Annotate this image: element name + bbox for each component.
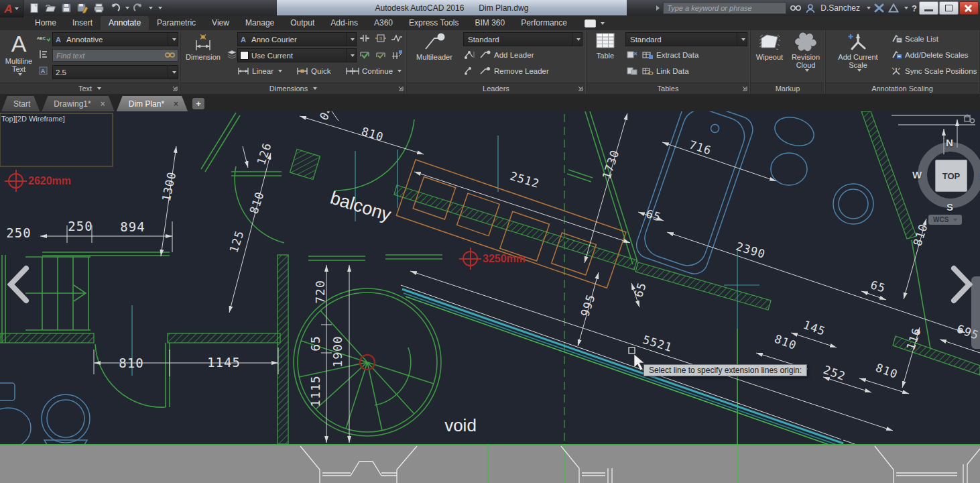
ribbon-tab-parametric[interactable]: Parametric [149,16,204,30]
table-button[interactable]: Table [589,32,621,60]
dim-style-dropdown[interactable]: A Anno Courier [237,32,357,46]
undo-history-caret-icon[interactable] [125,7,129,9]
multiline-text-button[interactable]: A Multiline Text [1,32,36,76]
ribbon-display-toggle[interactable] [585,16,605,30]
quick-dimension-button[interactable]: Quick [296,64,330,77]
add-delete-scales-button[interactable]: Add/Delete Scales [890,48,969,61]
text-style-dropdown[interactable]: A Annotative [52,32,178,46]
ribbon-tab-bim-360[interactable]: BIM 360 [467,16,513,30]
break-dimension-icon[interactable] [358,32,371,44]
tables-dialog-launcher-icon[interactable] [741,85,747,93]
ribbon-tab-performance[interactable]: Performance [513,16,575,30]
link-data-button[interactable]: Link Data [641,64,689,77]
jog-line-icon[interactable] [390,32,404,44]
add-leader-button[interactable]: Add Leader [479,48,534,61]
viewcube-south[interactable]: S [946,201,953,213]
multileader-button[interactable]: Multileader [410,32,459,61]
ribbon-tab-home[interactable]: Home [27,16,64,30]
ribbon-tab-output[interactable]: Output [282,16,322,30]
user-icon[interactable] [805,1,816,15]
help-icon[interactable]: ? [912,3,917,13]
navigation-bar-fragment[interactable] [971,276,980,349]
save-as-button[interactable] [75,1,90,15]
plot-button[interactable] [91,1,106,15]
ribbon-tab-express-tools[interactable]: Express Tools [401,16,467,30]
file-tab-drawing1-[interactable]: Drawing1*× [42,96,114,111]
new-button[interactable] [27,1,42,15]
wcs-dropdown[interactable]: WCS [928,215,962,225]
find-text-icon[interactable] [164,49,176,61]
prev-arrow[interactable] [4,265,32,304]
a360-caret-icon[interactable] [904,7,908,9]
search-input[interactable] [663,2,786,14]
close-tab-icon[interactable]: × [101,99,105,109]
save-button[interactable] [59,1,74,15]
dimensions-panel-title[interactable]: Dimensions [181,83,406,94]
wipeout-button[interactable]: Wipeout [752,32,787,61]
text-panel-title[interactable]: Text [0,83,180,94]
remove-leader-button[interactable]: Remove Leader [479,64,549,77]
viewcube-north[interactable]: N [946,137,953,148]
leader-collect-icon[interactable] [463,48,477,60]
link-data-alt-icon[interactable] [625,64,639,76]
adjust-space-icon[interactable]: 3 [374,32,387,44]
dimension-button[interactable]: Dimension [182,32,224,61]
viewcube-top-face[interactable]: TOP [935,160,967,192]
continue-dimension-button[interactable]: Continue [346,64,402,77]
viewport-controls-label[interactable]: Top][2D Wireframe] [1,115,65,123]
extract-data-button[interactable]: Extract Data [641,48,698,61]
sync-scale-positions-button[interactable]: Sync Scale Positions [890,64,977,77]
user-menu-caret-icon[interactable] [867,7,871,9]
text-style-icon[interactable]: A [37,64,50,76]
leaders-panel-title[interactable]: Leaders [407,83,585,94]
minimize-button[interactable] [919,1,938,15]
leaders-dialog-launcher-icon[interactable] [577,85,583,93]
open-button[interactable] [43,1,58,15]
file-tab-dim-plan-[interactable]: Dim Plan*× [117,96,188,111]
ribbon-tab-add-ins[interactable]: Add-ins [322,16,366,30]
table-style-dropdown[interactable]: Standard [625,32,747,46]
viewcube-west[interactable]: W [912,169,922,180]
new-tab-button[interactable]: + [192,98,204,109]
infocenter-collapse-icon[interactable] [656,5,660,11]
leader-align-icon[interactable] [463,64,477,76]
a360-icon[interactable] [888,1,899,15]
text-height-dropdown[interactable]: 2.5 [52,65,178,79]
redo-history-caret-icon[interactable] [149,7,153,9]
revision-cloud-button[interactable]: Revision Cloud [788,32,823,72]
ribbon-tab-view[interactable]: View [204,16,237,30]
multileader-style-dropdown[interactable]: Standard [463,32,583,46]
viewcube-home-icon[interactable] [963,113,975,124]
ribbon-tab-a360[interactable]: A360 [366,16,401,30]
spell-check-icon[interactable]: ABC [37,32,50,44]
ribbon-tab-insert[interactable]: Insert [64,16,101,30]
add-current-scale-button[interactable]: Add Current Scale [835,32,881,72]
redo-button[interactable] [131,1,145,15]
signed-in-user[interactable]: D.Sanchez [820,3,860,13]
text-align-icon[interactable] [37,48,50,60]
close-tab-icon[interactable]: × [174,99,178,109]
close-button[interactable] [959,1,979,15]
restore-button[interactable] [939,1,959,15]
exchange-apps-icon[interactable] [874,1,885,15]
scale-list-button[interactable]: Scale List [890,32,938,45]
dim-update-icon[interactable] [358,48,371,60]
ribbon-tab-manage[interactable]: Manage [237,16,282,30]
extract-data-alt-icon[interactable] [625,48,639,60]
linear-dimension-button[interactable]: Linear [237,64,282,77]
app-menu-button[interactable]: A [0,0,23,17]
undo-button[interactable] [107,1,122,15]
drawing-area[interactable]: 8100412681012513002502508942512173071665… [0,111,980,444]
dim-reassociate-icon[interactable] [374,48,387,60]
text-dialog-launcher-icon[interactable] [172,85,178,93]
dim-layer-dropdown[interactable]: Use Current [237,48,357,62]
search-icon[interactable] [790,1,802,15]
markup-panel-title[interactable]: Markup [751,83,824,94]
find-text-input[interactable] [52,49,178,62]
file-tab-start[interactable]: Start [1,96,40,111]
ribbon-tab-annotate[interactable]: Annotate [101,16,149,30]
dim-text-placement-icon[interactable] [390,48,404,60]
qat-customize-caret-icon[interactable] [158,7,162,9]
tables-panel-title[interactable]: Tables [587,83,749,94]
dimensions-dialog-launcher-icon[interactable] [397,85,404,93]
